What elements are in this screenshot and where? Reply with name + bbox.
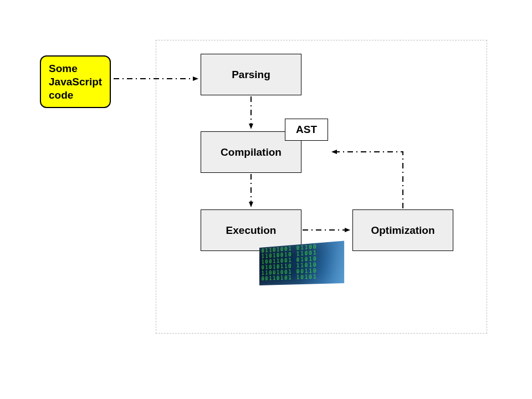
node-ast: AST	[285, 119, 328, 141]
node-parsing: Parsing	[201, 54, 301, 95]
binary-image: 01101001 01100 11010010 11001 10011001 0…	[259, 241, 344, 285]
source-label: SomeJavaScriptcode	[49, 63, 102, 101]
optimization-label: Optimization	[371, 224, 434, 237]
parsing-label: Parsing	[232, 69, 270, 81]
execution-label: Execution	[226, 224, 277, 237]
node-execution: Execution	[201, 209, 301, 251]
compilation-label: Compilation	[221, 146, 282, 158]
ast-label: AST	[296, 124, 317, 136]
node-source: SomeJavaScriptcode	[40, 55, 111, 108]
node-optimization: Optimization	[352, 209, 453, 251]
